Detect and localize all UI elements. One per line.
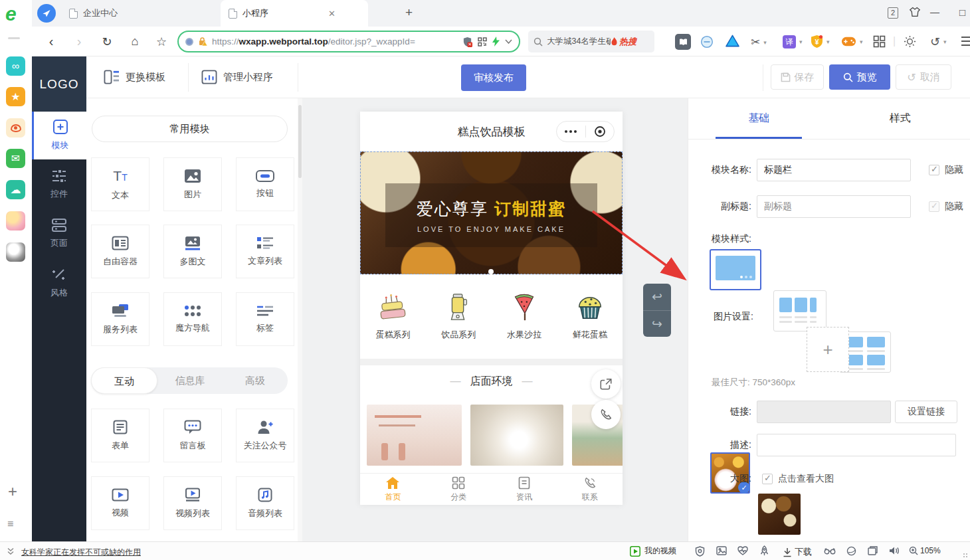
apps-grid-icon[interactable] (873, 35, 886, 48)
module-card-text[interactable]: TT 文本 (91, 157, 149, 211)
screenshot-image-icon[interactable] (716, 546, 727, 555)
cancel-button[interactable]: ↺ 取消 (896, 64, 951, 90)
category-cake[interactable]: 蛋糕系列 (360, 274, 426, 359)
style-option-carousel[interactable] (710, 249, 761, 290)
resize-grip[interactable] (963, 553, 968, 558)
link-input[interactable] (757, 401, 891, 423)
store-photo-bar[interactable] (367, 405, 462, 466)
security-warning-lock-icon[interactable] (198, 37, 207, 46)
url-text[interactable]: https://wxapp.webportal.top/editor.jsp?_… (212, 37, 457, 47)
add-image-button[interactable]: + (807, 327, 849, 372)
tab-advanced[interactable]: 高级 (223, 367, 288, 394)
change-template-button[interactable]: 更换模板 (104, 70, 165, 84)
banner-carousel[interactable]: 爱心尊享 订制甜蜜 LOVE TO ENJOY MAKE CAKE (360, 151, 623, 274)
module-card-tag[interactable]: 标签 (236, 292, 294, 346)
app-triangle-icon[interactable] (726, 35, 739, 48)
category-fruit-salad[interactable]: 水果沙拉 (492, 274, 557, 359)
tab-database[interactable]: 信息库 (157, 367, 223, 394)
module-card-video[interactable]: 视频 (91, 476, 149, 530)
nav-home[interactable]: 首页 (360, 474, 426, 505)
hide-subtitle-checkbox[interactable] (929, 201, 939, 212)
paper-plane-icon[interactable] (37, 4, 56, 23)
incognito-glasses-icon[interactable] (824, 547, 836, 555)
maximize-button[interactable]: □ (959, 7, 965, 18)
module-card-container[interactable]: 自由容器 (91, 225, 149, 278)
reading-mode-icon[interactable] (675, 34, 691, 50)
set-link-button[interactable]: 设置链接 (895, 401, 957, 423)
redo-step-icon[interactable]: ↪ (643, 310, 671, 337)
sidebar-item-modules[interactable]: 模块 (32, 110, 86, 159)
search-box[interactable]: 热搜 (528, 31, 654, 52)
download-button[interactable]: 下载 (783, 546, 812, 558)
my-videos-button[interactable]: 我的视频 (630, 545, 676, 557)
home-icon[interactable]: ⌂ (125, 27, 145, 56)
favorites-star-icon[interactable]: ★ (6, 87, 25, 106)
bookmark-star-icon[interactable]: ☆ (151, 27, 171, 56)
module-card-follow-account[interactable]: 关注公众号 (236, 409, 294, 462)
forward-icon[interactable]: › (69, 27, 89, 56)
module-card-service-list[interactable]: 服务列表 (91, 292, 149, 346)
list-panel-icon[interactable]: ≡ (7, 518, 13, 530)
browser-e-icon[interactable] (846, 546, 856, 556)
sidebar-item-pages[interactable]: 页面 (32, 209, 86, 258)
add-panel-icon[interactable]: + (8, 482, 17, 501)
module-card-audio-list[interactable]: 音频列表 (236, 476, 294, 530)
tab-interactive[interactable]: 互动 (91, 367, 157, 394)
sidebar-item-controls[interactable]: 控件 (32, 159, 86, 209)
news-headline-link[interactable]: 女科学家正在发挥不可或缺的作用 (21, 547, 141, 558)
browser-tab-miniapp[interactable]: 小程序 ✕ (221, 0, 368, 27)
save-button[interactable]: 保存 (771, 64, 824, 90)
tab-count-badge[interactable]: 2 (888, 7, 898, 19)
category-flower-cake[interactable]: 鲜花蛋糕 (557, 274, 623, 359)
reload-icon[interactable]: ↻ (97, 27, 117, 56)
window-layout-icon[interactable] (868, 546, 878, 555)
phone-float-button[interactable] (591, 400, 621, 429)
capsule-target-icon[interactable] (594, 126, 606, 138)
mail-icon[interactable]: ✉ (6, 149, 25, 168)
weibo-icon[interactable] (6, 118, 25, 138)
store-photo-staircase[interactable] (470, 405, 563, 466)
subtitle-input[interactable] (757, 195, 911, 218)
new-tab-icon[interactable]: + (405, 5, 413, 20)
health-heart-icon[interactable] (737, 546, 748, 555)
module-name-input[interactable] (757, 159, 911, 181)
avatar-girl-icon[interactable] (6, 211, 25, 231)
module-card-article-list[interactable]: 文章列表 (236, 225, 294, 278)
boost-rocket-icon[interactable] (759, 545, 769, 556)
chevron-down-icon[interactable] (505, 39, 512, 44)
history-undo-icon[interactable]: ↺▾ (930, 35, 947, 49)
browser-tab-enterprise[interactable]: 企业中心 (61, 0, 221, 27)
screenshot-scissors-icon[interactable]: ✂▾ (751, 35, 767, 49)
adblock-icon[interactable] (700, 35, 714, 48)
undo-step-icon[interactable]: ↩ (643, 284, 671, 310)
module-card-video-list[interactable]: 视频列表 (163, 476, 222, 530)
link-pin-icon[interactable]: ∞ (6, 56, 25, 76)
share-float-button[interactable] (591, 369, 621, 399)
nav-contact[interactable]: 联系 (557, 474, 623, 505)
description-input[interactable] (757, 434, 956, 456)
module-card-cube-nav[interactable]: 魔方导航 (163, 292, 222, 346)
translate-icon[interactable]: 译▾ (783, 35, 803, 48)
collapse-handle[interactable] (8, 37, 20, 39)
module-card-button[interactable]: 按钮 (236, 157, 294, 211)
qr-code-icon[interactable] (478, 37, 487, 47)
shield-blocked-icon[interactable]: ✕ (462, 37, 472, 47)
minimize-button[interactable]: — (930, 7, 939, 17)
sidebar-item-style[interactable]: 风格 (32, 258, 86, 307)
double-chevron-down-icon[interactable] (7, 547, 15, 555)
banner-image-thumb-2[interactable] (758, 494, 801, 535)
menu-icon[interactable] (961, 36, 970, 47)
module-card-multi-image[interactable]: 多图文 (163, 225, 222, 278)
notes-cloud-icon[interactable]: ☁ (6, 180, 25, 199)
address-bar[interactable]: https://wxapp.webportal.top/editor.jsp?_… (177, 31, 520, 52)
publish-button[interactable]: 审核发布 (461, 64, 526, 91)
games-icon[interactable]: ▾ (841, 37, 863, 47)
preview-button[interactable]: 预览 (829, 64, 890, 90)
tab-style[interactable]: 样式 (830, 98, 970, 139)
hide-title-checkbox[interactable] (929, 165, 939, 175)
security-shield-icon[interactable] (695, 546, 705, 557)
store-env-header[interactable]: —店面环境— (360, 365, 623, 397)
tab-basic[interactable]: 基础 (688, 98, 830, 139)
big-image-checkbox[interactable] (762, 474, 773, 484)
common-modules-header[interactable]: 常用模块 (92, 116, 288, 142)
